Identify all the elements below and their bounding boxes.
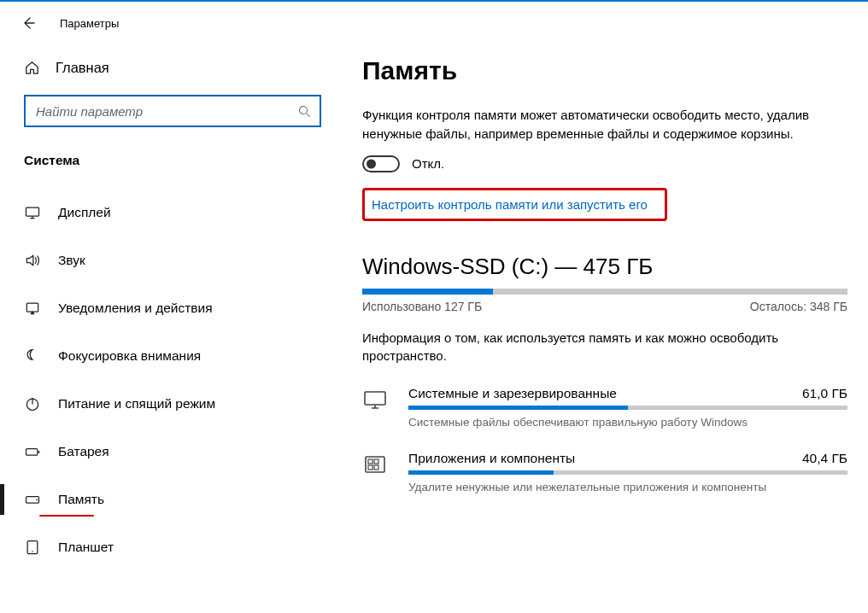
category-name: Системные и зарезервированные <box>408 386 617 401</box>
tablet-icon <box>24 539 41 556</box>
storage-category-system[interactable]: Системные и зарезервированные61,0 ГБСист… <box>362 379 847 444</box>
sidebar-item-battery[interactable]: Батарея <box>0 428 342 476</box>
search-input[interactable] <box>34 103 293 120</box>
category-bar <box>408 470 847 475</box>
sidebar-item-display[interactable]: Дисплей <box>0 189 342 236</box>
sidebar-item-label: Память <box>58 492 104 507</box>
sidebar-item-power[interactable]: Питание и спящий режим <box>0 380 342 428</box>
notify-icon <box>24 300 41 317</box>
apps-icon <box>362 453 388 476</box>
sidebar-item-tablet[interactable]: Планшет <box>0 523 342 571</box>
sidebar: Параметры Главная Система ДисплейЗвукУве… <box>0 2 342 613</box>
drive-usage-bar <box>362 289 847 295</box>
sidebar-item-notify[interactable]: Уведомления и действия <box>0 284 342 332</box>
category-name: Приложения и компоненты <box>408 451 575 466</box>
storage-icon <box>24 491 41 508</box>
sidebar-item-storage[interactable]: Память <box>0 476 342 523</box>
storage-sense-toggle[interactable] <box>362 155 400 172</box>
svg-point-7 <box>36 499 38 501</box>
highlight-box: Настроить контроль памяти или запустить … <box>362 188 667 221</box>
sidebar-item-label: Питание и спящий режим <box>58 396 215 412</box>
sidebar-item-label: Фокусировка внимания <box>58 348 201 364</box>
storage-category-apps[interactable]: Приложения и компоненты40,4 ГБУдалите не… <box>362 444 847 509</box>
category-bar-fill <box>408 470 554 475</box>
svg-rect-12 <box>368 459 372 464</box>
selected-underline <box>39 515 94 517</box>
sidebar-item-label: Планшет <box>58 540 114 555</box>
svg-point-0 <box>300 106 308 114</box>
svg-rect-2 <box>26 303 38 312</box>
back-button[interactable] <box>19 14 38 32</box>
power-icon <box>24 395 41 412</box>
sidebar-item-label: Звук <box>58 253 85 268</box>
category-subtext: Системные файлы обеспечивают правильную … <box>408 416 847 429</box>
system-icon <box>362 388 388 411</box>
storage-sense-toggle-row: Откл. <box>362 155 847 172</box>
drive-used-label: Использовано 127 ГБ <box>362 300 482 313</box>
window-title: Параметры <box>60 17 119 30</box>
sidebar-home-label: Главная <box>56 60 109 76</box>
svg-rect-1 <box>26 207 39 216</box>
configure-storage-sense-link[interactable]: Настроить контроль памяти или запустить … <box>372 197 648 212</box>
storage-sense-description: Функция контроля памяти может автоматиче… <box>362 106 847 143</box>
sidebar-item-sound[interactable]: Звук <box>0 236 342 284</box>
category-subtext: Удалите ненужные или нежелательные прило… <box>408 481 847 493</box>
sidebar-home[interactable]: Главная <box>0 38 342 91</box>
sidebar-category-label: Система <box>0 131 342 173</box>
svg-rect-5 <box>38 451 40 453</box>
sidebar-item-focus[interactable]: Фокусировка внимания <box>0 332 342 380</box>
sidebar-item-label: Батарея <box>58 444 109 459</box>
svg-rect-10 <box>365 392 385 405</box>
content-area: Память Функция контроля памяти может авт… <box>342 2 868 613</box>
search-icon <box>298 105 311 118</box>
battery-icon <box>24 443 41 460</box>
display-icon <box>24 204 41 221</box>
svg-rect-13 <box>374 459 378 464</box>
sound-icon <box>24 252 41 269</box>
drive-title: Windows-SSD (C:) — 475 ГБ <box>362 254 847 280</box>
page-title: Память <box>362 56 847 85</box>
search-input-container[interactable] <box>24 95 321 127</box>
drive-free-label: Осталось: 348 ГБ <box>750 300 847 313</box>
svg-point-9 <box>32 551 33 552</box>
focus-icon <box>24 347 41 365</box>
drive-usage-labels: Использовано 127 ГБ Осталось: 348 ГБ <box>362 300 847 313</box>
category-bar-fill <box>408 406 628 410</box>
category-bar <box>408 406 847 410</box>
sidebar-item-label: Дисплей <box>58 205 111 220</box>
sidebar-item-label: Уведомления и действия <box>58 301 213 316</box>
svg-rect-14 <box>368 465 372 470</box>
toggle-state-label: Откл. <box>412 156 444 171</box>
svg-rect-15 <box>374 465 378 470</box>
category-size: 40,4 ГБ <box>802 451 847 466</box>
arrow-left-icon <box>21 16 35 30</box>
titlebar: Параметры <box>0 9 342 38</box>
drive-usage-fill <box>362 289 493 295</box>
drive-info: Информация о том, как используется памят… <box>362 329 847 366</box>
category-size: 61,0 ГБ <box>802 386 847 401</box>
sidebar-nav-list: ДисплейЗвукУведомления и действияФокусир… <box>0 189 342 571</box>
home-icon <box>24 60 40 76</box>
svg-rect-4 <box>26 449 38 456</box>
